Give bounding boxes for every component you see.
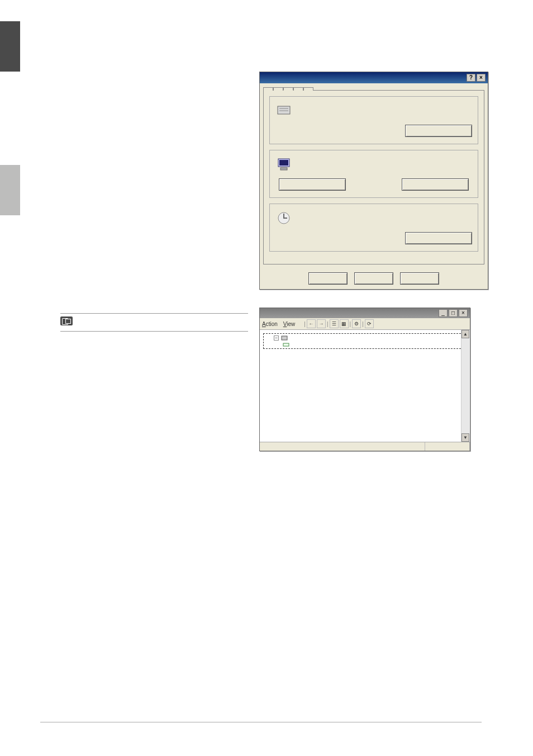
status-cell bbox=[425, 442, 470, 451]
category-icon bbox=[281, 334, 288, 341]
step-number bbox=[40, 48, 60, 49]
minimize-button[interactable]: _ bbox=[439, 309, 448, 317]
step-3: ? × bbox=[40, 70, 482, 290]
svg-rect-0 bbox=[278, 106, 290, 114]
menu-view-label: iew bbox=[287, 321, 295, 327]
menu-action-label: ction bbox=[266, 321, 278, 327]
page-ref-icon bbox=[60, 316, 73, 325]
menu-bar: Action View | ← → | ☰ ▦ | ⚙ | ⟳ bbox=[260, 318, 470, 330]
close-button[interactable]: × bbox=[459, 309, 468, 317]
tree-item-imaging[interactable]: − bbox=[265, 334, 465, 341]
step-3-body bbox=[60, 72, 248, 290]
device-manager-button[interactable] bbox=[402, 178, 469, 191]
device-manager-window: _ □ × Action View | ← → | ☰ bbox=[259, 308, 470, 451]
menu-action[interactable]: Action bbox=[262, 321, 278, 327]
system-properties-dialog: ? × bbox=[259, 72, 488, 290]
svg-rect-3 bbox=[280, 168, 287, 170]
svg-rect-2 bbox=[279, 160, 288, 166]
step-number bbox=[40, 70, 60, 290]
list-icon[interactable]: ▦ bbox=[340, 319, 349, 328]
ok-button[interactable] bbox=[308, 272, 348, 285]
highlight-box: − bbox=[263, 333, 467, 349]
profiles-icon bbox=[275, 210, 292, 226]
apply-button[interactable] bbox=[400, 272, 439, 285]
device-icon bbox=[283, 341, 289, 348]
footer-rule bbox=[40, 722, 482, 722]
hardware-wizard-group bbox=[269, 96, 478, 144]
hardware-panel bbox=[263, 90, 484, 264]
status-cell bbox=[260, 442, 425, 451]
device-manager-icon bbox=[275, 156, 292, 173]
status-bar bbox=[260, 442, 470, 451]
scroll-up-icon[interactable]: ▲ bbox=[461, 330, 469, 338]
tab-strip bbox=[260, 83, 488, 90]
device-tree[interactable]: ▲ ▼ − bbox=[260, 330, 470, 442]
tab-hardware[interactable] bbox=[283, 87, 293, 91]
collapse-icon[interactable]: − bbox=[274, 336, 279, 341]
cancel-button[interactable] bbox=[354, 272, 393, 285]
tab-user-profiles[interactable] bbox=[293, 87, 303, 91]
help-button[interactable]: ? bbox=[467, 74, 475, 82]
back-icon[interactable]: ← bbox=[307, 319, 316, 328]
scrollbar[interactable]: ▲ ▼ bbox=[461, 330, 469, 442]
tree-icon[interactable]: ☰ bbox=[330, 319, 339, 328]
step-4: _ □ × Action View | ← → | ☰ bbox=[40, 306, 482, 451]
forward-icon[interactable]: → bbox=[317, 319, 326, 328]
menu-view[interactable]: View bbox=[283, 321, 296, 327]
step-4-text bbox=[60, 308, 248, 451]
side-tab-dark bbox=[0, 21, 20, 72]
page-content: ? × bbox=[40, 38, 482, 451]
step-number bbox=[40, 59, 60, 60]
scroll-down-icon[interactable]: ▼ bbox=[461, 433, 469, 442]
not-listed-body bbox=[60, 314, 248, 328]
driver-signing-button[interactable] bbox=[279, 178, 346, 191]
properties-icon[interactable]: ⚙ bbox=[352, 319, 361, 328]
side-tab-light bbox=[0, 165, 20, 215]
device-manager-group bbox=[269, 150, 478, 198]
step-1 bbox=[40, 48, 482, 49]
maximize-button[interactable]: □ bbox=[449, 309, 458, 317]
hardware-wizard-button[interactable] bbox=[405, 125, 472, 137]
tree-item-scanner[interactable] bbox=[265, 341, 465, 348]
titlebar[interactable]: ? × bbox=[260, 72, 488, 83]
step-2 bbox=[40, 59, 482, 60]
tab-network-id[interactable] bbox=[273, 87, 283, 91]
tab-general[interactable] bbox=[263, 87, 273, 91]
toolbar: | ← → | ☰ ▦ | ⚙ | ⟳ bbox=[304, 319, 373, 328]
close-button[interactable]: × bbox=[477, 74, 486, 82]
step-number bbox=[40, 306, 60, 451]
hardware-profiles-button[interactable] bbox=[405, 232, 472, 244]
wizard-icon bbox=[275, 102, 292, 119]
tab-advanced[interactable] bbox=[303, 87, 313, 91]
svg-rect-6 bbox=[283, 343, 289, 346]
svg-rect-5 bbox=[282, 336, 287, 340]
refresh-icon[interactable]: ⟳ bbox=[365, 319, 374, 328]
titlebar[interactable]: _ □ × bbox=[260, 308, 470, 318]
hardware-profiles-group bbox=[269, 204, 478, 252]
